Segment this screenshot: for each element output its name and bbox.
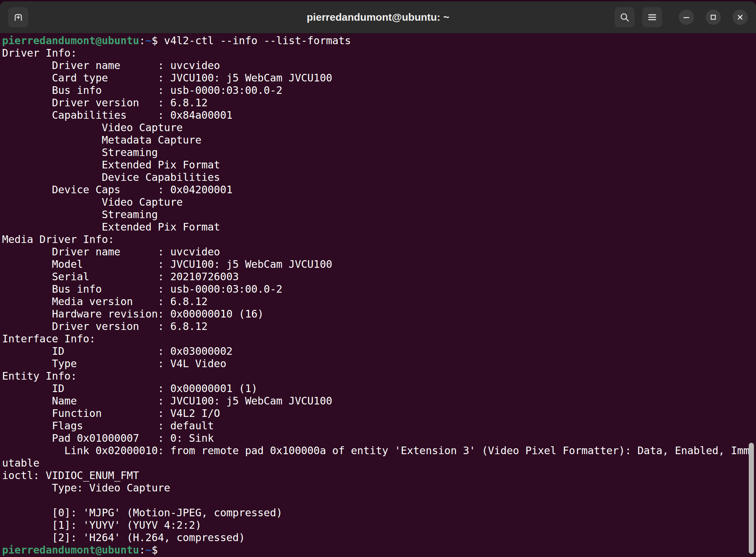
terminal-line: Metadata Capture (2, 134, 756, 146)
terminal-line: Pad 0x01000007 : 0: Sink (2, 432, 756, 444)
terminal-line: Media Driver Info: (2, 233, 756, 246)
terminal-line: utable (2, 457, 756, 469)
terminal-line: Type : V4L Video (2, 358, 756, 370)
terminal-line: Name : JVCU100: j5 WebCam JVCU100 (2, 395, 756, 407)
new-tab-button[interactable] (8, 7, 28, 27)
terminal-line: Driver Info: (2, 47, 756, 59)
terminal-line: [2]: 'H264' (H.264, compressed) (2, 531, 756, 544)
terminal-line: Bus info : usb-0000:03:00.0-2 (2, 84, 756, 97)
maximize-button[interactable] (706, 10, 721, 25)
terminal-line: [0]: 'MJPG' (Motion-JPEG, compressed) (2, 507, 756, 519)
terminal-line: Streaming (2, 208, 756, 221)
menu-icon (647, 12, 657, 22)
terminal-line: Link 0x02000010: from remote pad 0x10000… (2, 444, 756, 457)
terminal-line: Video Capture (2, 196, 756, 208)
terminal-line: Extended Pix Format (2, 221, 756, 233)
terminal-line: Streaming (2, 146, 756, 159)
terminal-line: Bus info : usb-0000:03:00.0-2 (2, 283, 756, 295)
terminal-line: Interface Info: (2, 333, 756, 345)
maximize-icon (708, 12, 718, 22)
terminal-output[interactable]: pierredandumont@ubuntu:~$ v4l2-ctl --inf… (0, 33, 756, 557)
terminal-line: Extended Pix Format (2, 159, 756, 171)
terminal-line: Function : V4L2 I/O (2, 407, 756, 420)
titlebar[interactable]: pierredandumont@ubuntu: ~ (0, 1, 756, 33)
terminal-line: ID : 0x00000001 (1) (2, 382, 756, 395)
terminal-line: ID : 0x03000002 (2, 345, 756, 358)
minimize-button[interactable] (679, 10, 694, 25)
terminal-line: Entity Info: (2, 370, 756, 382)
terminal-line: ioctl: VIDIOC_ENUM_FMT (2, 469, 756, 482)
terminal-line: Serial : 20210726003 (2, 271, 756, 283)
terminal-window: pierredandumont@ubuntu: ~ (0, 1, 756, 557)
terminal-line: Driver name : uvcvideo (2, 246, 756, 258)
search-icon (619, 12, 630, 22)
terminal-line: Driver version : 6.8.12 (2, 320, 756, 333)
terminal-line: Video Capture (2, 121, 756, 134)
scrollbar-thumb[interactable] (749, 443, 754, 554)
terminal-line: Device Capabilities (2, 171, 756, 184)
terminal-line: Model : JVCU100: j5 WebCam JVCU100 (2, 258, 756, 271)
terminal-line: pierredandumont@ubuntu:~$ v4l2-ctl --inf… (2, 35, 756, 47)
terminal-line: Card type : JVCU100: j5 WebCam JVCU100 (2, 72, 756, 84)
terminal-line: Type: Video Capture (2, 482, 756, 494)
terminal-line: pierredandumont@ubuntu:~$ (2, 544, 756, 556)
terminal-line: [1]: 'YUYV' (YUYV 4:2:2) (2, 519, 756, 531)
close-icon (735, 12, 745, 22)
page-title: pierredandumont@ubuntu: ~ (307, 11, 449, 23)
terminal-line: Capabilities : 0x84a00001 (2, 109, 756, 121)
terminal-line: Media version : 6.8.12 (2, 295, 756, 308)
terminal-line: Driver name : uvcvideo (2, 59, 756, 72)
window-controls (607, 7, 748, 27)
terminal-line: Device Caps : 0x04200001 (2, 184, 756, 196)
menu-button[interactable] (642, 7, 662, 27)
terminal-line (2, 494, 756, 507)
minimize-icon (682, 12, 691, 22)
tab-new-icon (12, 11, 24, 23)
search-button[interactable] (615, 7, 635, 27)
terminal-line: Hardware revision: 0x00000010 (16) (2, 308, 756, 320)
terminal-lines: pierredandumont@ubuntu:~$ v4l2-ctl --inf… (2, 35, 756, 556)
close-button[interactable] (733, 10, 748, 25)
terminal-line: Flags : default (2, 420, 756, 432)
terminal-line: Driver version : 6.8.12 (2, 97, 756, 109)
